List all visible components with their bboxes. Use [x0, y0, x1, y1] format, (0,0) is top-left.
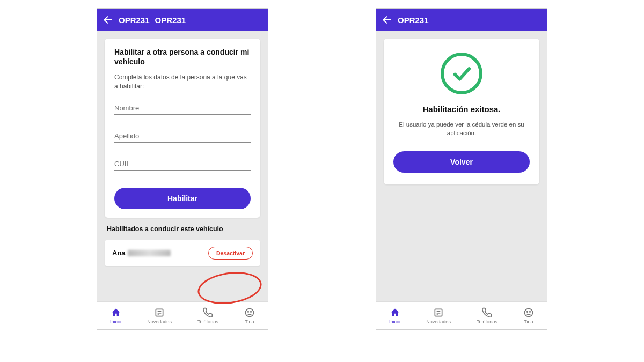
- news-icon: [433, 307, 444, 318]
- back-arrow-icon[interactable]: [103, 14, 113, 25]
- nav-inicio[interactable]: Inicio: [110, 307, 121, 324]
- habilitado-row: Ana Desactivar: [105, 240, 260, 266]
- apellido-input[interactable]: [114, 129, 251, 143]
- back-arrow-icon[interactable]: [382, 14, 392, 25]
- svg-point-6: [248, 311, 249, 312]
- main-content: Habilitar a otra persona a conducir mi v…: [97, 31, 268, 301]
- habilitar-button[interactable]: Habilitar: [114, 188, 251, 209]
- nav-label: Inicio: [110, 319, 121, 324]
- habilitados-section-label: Habilitados a conducir este vehículo: [105, 225, 260, 233]
- app-header: OPR231: [376, 9, 547, 31]
- svg-point-13: [524, 308, 532, 316]
- field-nombre: [114, 101, 251, 115]
- main-content: Habilitación exitosa. El usuario ya pued…: [376, 31, 547, 301]
- nav-label: Tina: [245, 319, 254, 324]
- success-check-icon: [441, 53, 482, 94]
- nav-novedades[interactable]: Novedades: [426, 307, 451, 324]
- card-subtitle: Completá los datos de la persona a la qu…: [114, 73, 251, 91]
- header-title-1: OPR231: [119, 16, 150, 25]
- phone-screen-form: OPR231 OPR231 Habilitar a otra persona a…: [97, 8, 268, 330]
- bottom-nav: Inicio Novedades Teléfonos Tina: [97, 301, 268, 329]
- nav-label: Teléfonos: [197, 319, 218, 324]
- habilitado-name: Ana: [112, 249, 171, 257]
- card-title: Habilitar a otra persona a conducir mi v…: [114, 47, 251, 67]
- nav-telefonos[interactable]: Teléfonos: [197, 307, 218, 324]
- field-cuil: [114, 157, 251, 171]
- habilitar-card: Habilitar a otra persona a conducir mi v…: [105, 39, 260, 218]
- success-card: Habilitación exitosa. El usuario ya pued…: [384, 39, 539, 184]
- phone-icon: [202, 307, 213, 318]
- nav-inicio[interactable]: Inicio: [389, 307, 400, 324]
- nav-novedades[interactable]: Novedades: [147, 307, 172, 324]
- nav-label: Inicio: [389, 319, 400, 324]
- svg-point-14: [527, 311, 528, 312]
- nav-label: Novedades: [147, 319, 172, 324]
- desactivar-button[interactable]: Desactivar: [208, 247, 253, 260]
- volver-button[interactable]: Volver: [393, 151, 530, 173]
- bot-icon: [244, 307, 255, 318]
- cuil-input[interactable]: [114, 157, 251, 171]
- app-header: OPR231 OPR231: [97, 9, 268, 31]
- home-icon: [111, 307, 121, 318]
- news-icon: [154, 307, 165, 318]
- nav-label: Tina: [524, 319, 533, 324]
- nav-tina[interactable]: Tina: [244, 307, 255, 324]
- success-title: Habilitación exitosa.: [393, 104, 530, 115]
- svg-point-5: [245, 308, 253, 316]
- nav-telefonos[interactable]: Teléfonos: [477, 307, 497, 324]
- habilitado-name-visible: Ana: [112, 249, 126, 257]
- habilitado-name-redacted: [128, 250, 171, 256]
- bottom-nav: Inicio Novedades Teléfonos Tina: [376, 301, 547, 329]
- header-title-2: OPR231: [155, 16, 186, 25]
- bot-icon: [523, 307, 534, 318]
- svg-point-7: [251, 311, 252, 312]
- success-message: El usuario ya puede ver la cédula verde …: [393, 120, 530, 137]
- phone-icon: [481, 307, 492, 318]
- svg-point-15: [530, 311, 531, 312]
- phone-screen-success: OPR231 Habilitación exitosa. El usuario …: [376, 8, 547, 330]
- nombre-input[interactable]: [114, 101, 251, 115]
- nav-label: Teléfonos: [477, 319, 497, 324]
- field-apellido: [114, 129, 251, 143]
- nav-tina[interactable]: Tina: [523, 307, 534, 324]
- home-icon: [390, 307, 400, 318]
- nav-label: Novedades: [426, 319, 451, 324]
- header-title: OPR231: [398, 16, 429, 25]
